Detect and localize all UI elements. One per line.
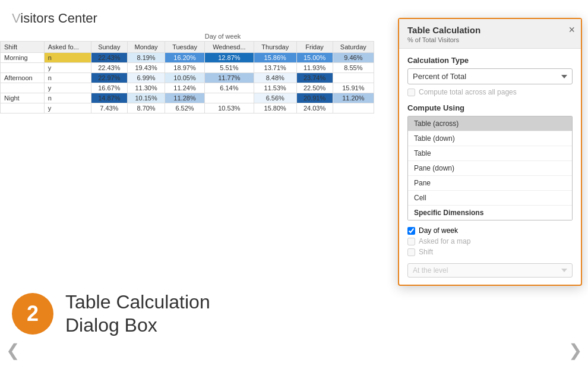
asked-label: y xyxy=(44,103,91,114)
shift-label xyxy=(1,83,45,93)
dim-shift-row: Shift xyxy=(407,248,573,256)
asked-label: y xyxy=(44,63,91,73)
cell: 10.05% xyxy=(165,73,205,83)
annotation-line1: Table Calculation xyxy=(65,291,210,313)
cell: 18.97% xyxy=(165,63,205,73)
cell: 22.97% xyxy=(91,73,127,83)
cell: 15.80% xyxy=(254,103,296,114)
cell: 11.53% xyxy=(254,83,296,93)
cell: 20.91% xyxy=(296,93,333,103)
cell: 6.99% xyxy=(127,73,165,83)
day-of-week-label: Day of week xyxy=(71,33,374,40)
table-row: Morning n 22.43% 8.19% 16.20% 12.87% 15.… xyxy=(1,53,374,63)
cell: 11.24% xyxy=(165,83,205,93)
cell: 19.43% xyxy=(127,63,165,73)
annotation-text: Table Calculation Dialog Box xyxy=(65,291,210,336)
dim-asked-for-map-checkbox[interactable] xyxy=(407,238,415,245)
dialog-body: Calculation Type Percent of Total Comput… xyxy=(399,49,581,285)
cell: 9.46% xyxy=(333,53,374,63)
compute-using-list: Table (across) Table (down) Table Pane (… xyxy=(407,116,573,220)
step-number: 2 xyxy=(12,293,53,335)
table-row: y 7.43% 8.70% 6.52% 10.53% 15.80% 24.03% xyxy=(1,103,374,114)
cell: 11.30% xyxy=(127,83,165,93)
cell: 11.77% xyxy=(204,73,254,83)
compute-option-specific-dims: Specific Dimensions xyxy=(408,206,572,220)
cell: 10.53% xyxy=(204,103,254,114)
cell: 16.20% xyxy=(165,53,205,63)
cell: 8.48% xyxy=(254,73,296,83)
table-row: Night n 14.87% 10.15% 11.28% 6.56% 20.91… xyxy=(1,93,374,103)
dim-day-of-week-checkbox[interactable] xyxy=(407,227,415,235)
table-container: Day of week Shift Asked fo... Sunday Mon… xyxy=(0,33,374,114)
col-wednesday: Wednesd... xyxy=(204,42,254,53)
table-row: y 22.43% 19.43% 18.97% 5.51% 13.71% 11.9… xyxy=(1,63,374,73)
dim-day-of-week-row: Day of week xyxy=(407,226,573,235)
cell: 12.87% xyxy=(204,53,254,63)
table-row: Afternoon n 22.97% 6.99% 10.05% 11.77% 8… xyxy=(1,73,374,83)
cell xyxy=(333,103,374,114)
calc-type-dropdown[interactable]: Percent of Total xyxy=(407,68,573,84)
cell: 6.56% xyxy=(254,93,296,103)
table-row: y 16.67% 11.30% 11.24% 6.14% 11.53% 22.5… xyxy=(1,83,374,93)
cell: 13.71% xyxy=(254,63,296,73)
cell: 8.55% xyxy=(333,63,374,73)
nav-prev-button[interactable]: ❮ xyxy=(6,341,20,360)
compute-total-label: Compute total across all pages xyxy=(419,88,517,96)
at-level-dropdown[interactable]: At the level xyxy=(407,263,573,278)
table-calculation-dialog: Table Calculation % of Total Visitors × … xyxy=(398,18,582,286)
col-thursday: Thursday xyxy=(254,42,296,53)
cell: 22.50% xyxy=(296,83,333,93)
col-friday: Friday xyxy=(296,42,333,53)
main-area: Visitors Center Day of week Shift Asked … xyxy=(0,0,588,372)
cell: 5.51% xyxy=(204,63,254,73)
cell: 23.74% xyxy=(296,73,333,83)
dim-asked-for-map-row: Asked for a map xyxy=(407,237,573,245)
cell: 7.43% xyxy=(91,103,127,114)
dim-day-of-week-label: Day of week xyxy=(419,226,458,235)
dim-asked-for-map-label: Asked for a map xyxy=(419,237,470,245)
cell: 22.43% xyxy=(91,53,127,63)
calc-type-label: Calculation Type xyxy=(407,56,573,65)
shift-label xyxy=(1,103,45,114)
data-table: Shift Asked fo... Sunday Monday Tuesday … xyxy=(0,41,374,114)
specific-dimensions-section: Day of week Asked for a map Shift At the… xyxy=(407,226,573,278)
col-monday: Monday xyxy=(127,42,165,53)
compute-option-table[interactable]: Table xyxy=(408,146,572,161)
asked-label: y xyxy=(44,83,91,93)
cell: 15.86% xyxy=(254,53,296,63)
asked-label: n xyxy=(44,73,91,83)
cell: 8.19% xyxy=(127,53,165,63)
annotation-area: 2 Table Calculation Dialog Box xyxy=(12,291,210,336)
dialog-subtitle: % of Total Visitors xyxy=(407,36,573,43)
col-tuesday: Tuesday xyxy=(165,42,205,53)
compute-option-table-across[interactable]: Table (across) xyxy=(408,116,572,131)
compute-using-label: Compute Using xyxy=(407,103,573,112)
compute-option-pane[interactable]: Pane xyxy=(408,176,572,191)
cell: 15.91% xyxy=(333,83,374,93)
col-saturday: Saturday xyxy=(333,42,374,53)
cell: 8.70% xyxy=(127,103,165,114)
dim-shift-checkbox[interactable] xyxy=(407,248,415,256)
col-sunday: Sunday xyxy=(91,42,127,53)
compute-option-table-down[interactable]: Table (down) xyxy=(408,131,572,146)
compute-total-checkbox[interactable] xyxy=(407,89,415,96)
cell: 22.43% xyxy=(91,63,127,73)
cell xyxy=(204,93,254,103)
shift-label: Afternoon xyxy=(1,73,45,83)
page-title: Visitors Center xyxy=(12,11,97,26)
col-shift: Shift xyxy=(1,42,45,53)
compute-option-cell[interactable]: Cell xyxy=(408,191,572,206)
cell: 16.67% xyxy=(91,83,127,93)
nav-next-button[interactable]: ❯ xyxy=(568,341,582,360)
cell: 15.00% xyxy=(296,53,333,63)
cell: 6.14% xyxy=(204,83,254,93)
annotation-line2: Dialog Box xyxy=(65,314,210,336)
cell: 11.93% xyxy=(296,63,333,73)
cell: 24.03% xyxy=(296,103,333,114)
close-button[interactable]: × xyxy=(568,24,575,36)
cell: 14.87% xyxy=(91,93,127,103)
cell: 6.52% xyxy=(165,103,205,114)
compute-option-pane-down[interactable]: Pane (down) xyxy=(408,161,572,176)
asked-label: n xyxy=(44,93,91,103)
dialog-title: Table Calculation xyxy=(407,25,573,35)
